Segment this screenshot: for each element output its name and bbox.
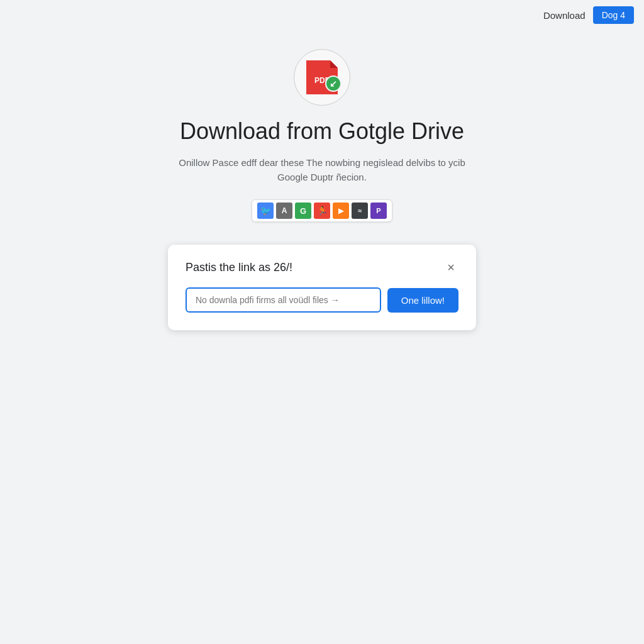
icon-toolbar: 🐦 A G 🏃 ▶ ≈ P [252, 199, 392, 222]
arrow-badge-icon: ↙ [325, 75, 341, 92]
nav-download-link[interactable]: Download [543, 10, 586, 21]
circle-g-icon[interactable]: G [295, 203, 311, 219]
dialog-header: Pastis the link as 26/! × [186, 260, 458, 275]
page-title: Download from Gotgle Drive [180, 118, 464, 145]
figure-run-icon[interactable]: 🏃 [314, 203, 330, 219]
text-bold-icon[interactable]: A [276, 203, 292, 219]
logo-circle: PDF ↙ [294, 49, 350, 106]
logo-container: PDF ↙ [294, 49, 350, 106]
play-icon[interactable]: ▶ [333, 203, 349, 219]
navbar: Download Dog 4 [0, 0, 644, 30]
submit-button[interactable]: One lillow! [387, 288, 458, 313]
url-input[interactable] [186, 287, 381, 313]
dialog-title: Pastis the link as 26/! [186, 261, 292, 274]
dialog-close-button[interactable]: × [443, 260, 458, 275]
wave-icon[interactable]: ≈ [352, 203, 368, 219]
dialog-card: Pastis the link as 26/! × One lillow! [168, 245, 476, 330]
main-content: PDF ↙ Download from Gotgle Drive Onillow… [0, 30, 644, 330]
page-subtitle: Onillow Pasce edff dear these The nowbin… [177, 156, 467, 184]
nav-user-button[interactable]: Dog 4 [593, 6, 634, 24]
bird-icon[interactable]: 🐦 [257, 203, 274, 219]
svg-marker-1 [330, 60, 338, 68]
dialog-body: One lillow! [186, 287, 458, 313]
p-label-icon[interactable]: P [370, 203, 387, 219]
